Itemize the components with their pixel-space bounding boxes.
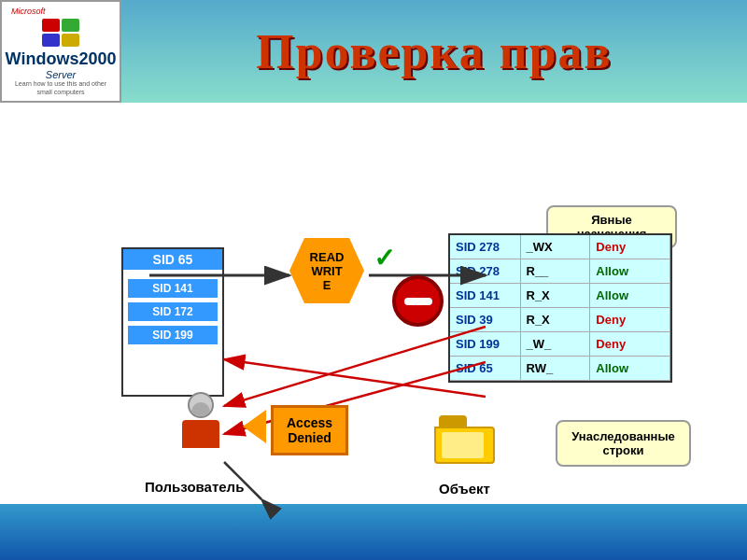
sid-cell: SID 39 <box>450 308 520 332</box>
svg-line-7 <box>224 359 486 397</box>
perm-cell: RW_ <box>520 357 590 381</box>
access-denied-line1: Access <box>287 415 332 430</box>
table-row: SID 199 _W_ Deny <box>450 332 670 357</box>
sid-cell: SID 278 <box>450 259 520 284</box>
folder-icon <box>434 415 495 467</box>
callout-inherited: Унаследованные строки <box>556 420 691 467</box>
windows-version: Windows2000 <box>6 49 117 69</box>
svg-line-5 <box>224 327 486 406</box>
label-object: Объект <box>439 481 490 497</box>
stop-sign-icon <box>392 275 444 327</box>
person-head <box>188 392 214 418</box>
rw-shape: READ WRIT E <box>289 238 364 303</box>
windows-logo <box>42 19 79 47</box>
label-user: Пользователь <box>145 479 244 495</box>
person-body <box>182 420 219 448</box>
folder-inner <box>442 432 484 458</box>
access-cell: Deny <box>590 308 670 332</box>
access-cell: Allow <box>590 357 670 381</box>
microsoft-label: Microsoft <box>11 7 46 16</box>
table-row: SID 278 _WX Deny <box>450 235 670 259</box>
person-icon <box>173 392 229 457</box>
header: Microsoft Windows2000 Server Learn how t… <box>0 0 747 103</box>
access-cell: Deny <box>590 235 670 259</box>
table-row: SID 141 R_X Allow <box>450 284 670 308</box>
page-title: Проверка прав <box>121 24 747 79</box>
acl-table-box: SID 278 _WX Deny SID 278 R__ Allow SID 1… <box>448 233 672 383</box>
access-cell: Allow <box>590 284 670 308</box>
logo-tagline: Learn how to use this and other small co… <box>7 80 115 96</box>
sid-cell: SID 65 <box>450 357 520 381</box>
perm-cell: R_X <box>520 284 590 308</box>
sid-cell: SID 278 <box>450 235 520 259</box>
perm-cell: R__ <box>520 259 590 284</box>
table-row: SID 278 R__ Allow <box>450 259 670 284</box>
sid-list-items: SID 141 SID 172 SID 199 <box>123 274 222 349</box>
sid-item-199: SID 199 <box>128 326 218 344</box>
table-row: SID 39 R_X Deny <box>450 308 670 332</box>
diagram: READ WRIT E ✓ SID 65 SID 141 SID 172 SID… <box>0 112 747 560</box>
table-row: SID 65 RW_ Allow <box>450 357 670 381</box>
folder-tab <box>439 415 467 427</box>
sid-list-box: SID 65 SID 141 SID 172 SID 199 <box>121 247 224 397</box>
server-label: Server <box>46 69 76 80</box>
logo-box: Microsoft Windows2000 Server Learn how t… <box>0 0 121 103</box>
folder-body <box>434 427 495 464</box>
sid-cell: SID 141 <box>450 284 520 308</box>
perm-cell: _WX <box>520 235 590 259</box>
access-denied-line2: Denied <box>287 430 332 445</box>
access-cell: Allow <box>590 259 670 284</box>
sid-list-header: SID 65 <box>123 249 222 270</box>
acl-table: SID 278 _WX Deny SID 278 R__ Allow SID 1… <box>450 235 670 381</box>
checkmark-icon: ✓ <box>374 243 395 273</box>
sid-cell: SID 199 <box>450 332 520 357</box>
access-denied-box: Access Denied <box>271 405 348 455</box>
perm-cell: _W_ <box>520 332 590 357</box>
arrow-left-icon <box>243 410 266 443</box>
access-cell: Deny <box>590 332 670 357</box>
sid-item-141: SID 141 <box>128 279 218 298</box>
perm-cell: R_X <box>520 308 590 332</box>
sid-item-172: SID 172 <box>128 302 218 321</box>
